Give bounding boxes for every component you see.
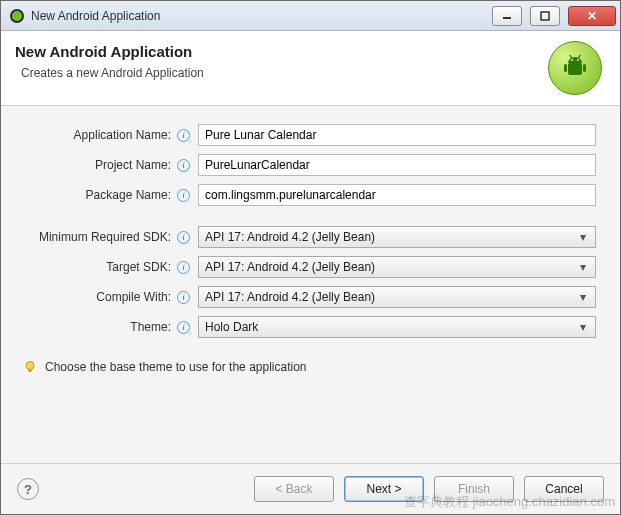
info-icon[interactable]: i — [177, 231, 190, 244]
row-min-sdk: Minimum Required SDK: i API 17: Android … — [13, 226, 596, 248]
close-icon: ✕ — [587, 9, 597, 23]
help-button[interactable]: ? — [17, 478, 39, 500]
label-project-name: Project Name: — [13, 158, 173, 172]
svg-rect-4 — [568, 63, 582, 75]
info-icon[interactable]: i — [177, 129, 190, 142]
svg-point-6 — [577, 59, 579, 61]
svg-line-9 — [570, 55, 572, 58]
tip-text: Choose the base theme to use for the app… — [45, 360, 307, 374]
min-sdk-select[interactable]: API 17: Android 4.2 (Jelly Bean) ▾ — [198, 226, 596, 248]
svg-line-10 — [579, 55, 581, 58]
minimize-button[interactable] — [492, 6, 522, 26]
theme-select[interactable]: Holo Dark ▾ — [198, 316, 596, 338]
finish-button-label: Finish — [458, 482, 490, 496]
svg-point-11 — [26, 362, 34, 370]
svg-point-5 — [571, 59, 573, 61]
maximize-button[interactable] — [530, 6, 560, 26]
form-area: Application Name: i Project Name: i Pack… — [1, 106, 620, 463]
back-button-label: < Back — [275, 482, 312, 496]
row-package-name: Package Name: i — [13, 184, 596, 206]
close-button[interactable]: ✕ — [568, 6, 616, 26]
svg-rect-3 — [541, 12, 549, 20]
info-icon[interactable]: i — [177, 291, 190, 304]
lightbulb-icon — [23, 360, 37, 374]
project-name-field[interactable] — [198, 154, 596, 176]
app-icon — [9, 8, 25, 24]
svg-rect-7 — [564, 64, 567, 72]
info-icon[interactable]: i — [177, 261, 190, 274]
svg-rect-8 — [583, 64, 586, 72]
target-sdk-select[interactable]: API 17: Android 4.2 (Jelly Bean) ▾ — [198, 256, 596, 278]
label-min-sdk: Minimum Required SDK: — [13, 230, 173, 244]
page-subtitle: Creates a new Android Application — [21, 66, 548, 80]
label-target-sdk: Target SDK: — [13, 260, 173, 274]
window-title: New Android Application — [31, 9, 160, 23]
page-title: New Android Application — [15, 43, 548, 60]
wizard-header: New Android Application Creates a new An… — [1, 31, 620, 106]
chevron-down-icon: ▾ — [575, 290, 591, 304]
chevron-down-icon: ▾ — [575, 320, 591, 334]
application-name-field[interactable] — [198, 124, 596, 146]
back-button[interactable]: < Back — [254, 476, 334, 502]
cancel-button[interactable]: Cancel — [524, 476, 604, 502]
next-button[interactable]: Next > — [344, 476, 424, 502]
info-icon[interactable]: i — [177, 159, 190, 172]
svg-point-1 — [12, 11, 22, 21]
wizard-footer: ? < Back Next > Finish Cancel — [1, 463, 620, 514]
row-project-name: Project Name: i — [13, 154, 596, 176]
chevron-down-icon: ▾ — [575, 260, 591, 274]
theme-value: Holo Dark — [205, 320, 575, 334]
row-compile-with: Compile With: i API 17: Android 4.2 (Jel… — [13, 286, 596, 308]
label-application-name: Application Name: — [13, 128, 173, 142]
svg-rect-12 — [29, 369, 32, 372]
label-theme: Theme: — [13, 320, 173, 334]
row-application-name: Application Name: i — [13, 124, 596, 146]
tip-row: Choose the base theme to use for the app… — [13, 360, 596, 374]
target-sdk-value: API 17: Android 4.2 (Jelly Bean) — [205, 260, 575, 274]
wizard-window: New Android Application ✕ New Android Ap… — [0, 0, 621, 515]
compile-with-value: API 17: Android 4.2 (Jelly Bean) — [205, 290, 575, 304]
row-theme: Theme: i Holo Dark ▾ — [13, 316, 596, 338]
finish-button[interactable]: Finish — [434, 476, 514, 502]
min-sdk-value: API 17: Android 4.2 (Jelly Bean) — [205, 230, 575, 244]
label-compile-with: Compile With: — [13, 290, 173, 304]
package-name-field[interactable] — [198, 184, 596, 206]
label-package-name: Package Name: — [13, 188, 173, 202]
android-icon — [548, 41, 602, 95]
row-target-sdk: Target SDK: i API 17: Android 4.2 (Jelly… — [13, 256, 596, 278]
info-icon[interactable]: i — [177, 321, 190, 334]
next-button-label: Next > — [366, 482, 401, 496]
titlebar: New Android Application ✕ — [1, 1, 620, 31]
compile-with-select[interactable]: API 17: Android 4.2 (Jelly Bean) ▾ — [198, 286, 596, 308]
cancel-button-label: Cancel — [545, 482, 582, 496]
help-icon: ? — [24, 482, 32, 497]
chevron-down-icon: ▾ — [575, 230, 591, 244]
info-icon[interactable]: i — [177, 189, 190, 202]
